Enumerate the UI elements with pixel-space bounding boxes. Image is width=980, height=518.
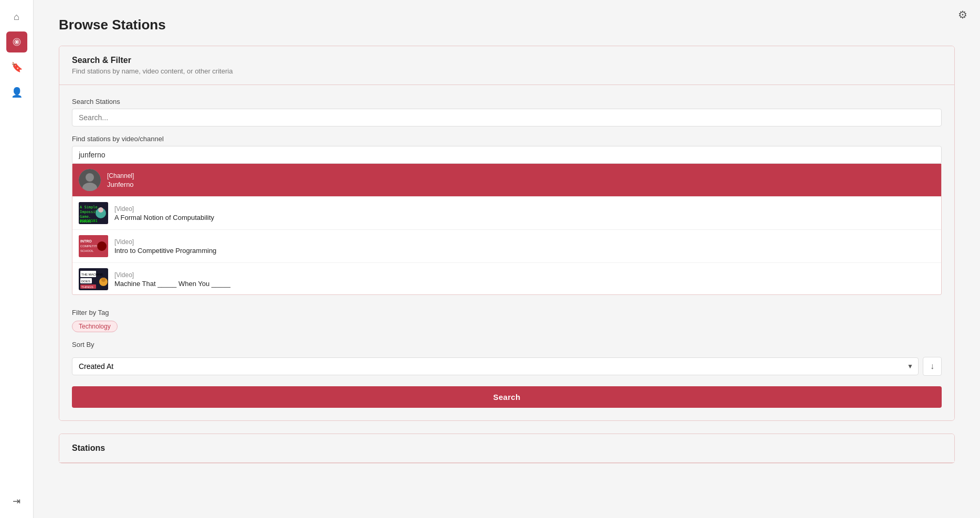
search-filter-card: Search & Filter Find stations by name, v…	[59, 46, 955, 421]
video1-thumb: A Simple, Impossible Game. 010101	[79, 202, 108, 224]
svg-text:DOES: DOES	[81, 280, 90, 283]
video2-thumb-svg: INTRO COMPETITIVE SCHOOL	[79, 235, 108, 257]
sort-label: Sort By	[72, 341, 942, 348]
video3-name-label: Machine That _____ When You _____	[114, 280, 230, 288]
video3-thumb-svg: THE MACHINE DOES THINGS	[79, 268, 108, 290]
search-input[interactable]	[72, 109, 942, 126]
sort-section: Sort By Created At Name Updated At ▼ ↓	[72, 341, 942, 376]
svg-text:010101: 010101	[80, 219, 91, 223]
page-title: Browse Stations	[59, 17, 955, 33]
channel-avatar-thumb	[79, 169, 101, 191]
svg-text:A Simple,: A Simple,	[80, 205, 100, 209]
dropdown-item-video1[interactable]: A Simple, Impossible Game. 010101 [Video…	[72, 197, 941, 230]
sort-select[interactable]: Created At Name Updated At	[72, 357, 919, 375]
video1-item-info: [Video] A Formal Notion of Computability	[114, 205, 214, 221]
video2-name-label: Intro to Competitive Programming	[114, 247, 216, 255]
sidebar-item-logout[interactable]: ⇥	[6, 491, 27, 512]
video3-thumb: THE MACHINE DOES THINGS	[79, 268, 108, 290]
search-stations-label: Search Stations	[72, 98, 942, 105]
video2-type-label: [Video]	[114, 238, 216, 246]
video-channel-input[interactable]	[72, 146, 942, 164]
sidebar-item-profile[interactable]: 👤	[6, 82, 27, 103]
channel-avatar-svg	[79, 169, 101, 191]
sort-direction-button[interactable]: ↓	[923, 357, 942, 376]
video2-item-info: [Video] Intro to Competitive Programming	[114, 238, 216, 255]
video-channel-label: Find stations by video/channel	[72, 135, 942, 143]
svg-point-10	[98, 207, 103, 213]
card-header: Search & Filter Find stations by name, v…	[59, 46, 954, 85]
video-channel-group: Find stations by video/channel	[72, 135, 942, 164]
video1-name-label: A Formal Notion of Computability	[114, 214, 214, 221]
technology-tag[interactable]: Technology	[72, 321, 118, 332]
sort-row: Created At Name Updated At ▼ ↓	[72, 357, 942, 376]
sidebar-item-home[interactable]: ⌂	[6, 6, 27, 27]
card-body: Search Stations Find stations by video/c…	[59, 85, 954, 420]
channel-item-info: [Channel] Junferno	[107, 172, 134, 188]
video2-thumb: INTRO COMPETITIVE SCHOOL	[79, 235, 108, 257]
card-header-title: Search & Filter	[72, 56, 942, 65]
sidebar-item-stations[interactable]	[6, 31, 27, 52]
svg-text:THE MACHINE: THE MACHINE	[81, 273, 103, 276]
svg-text:SCHOOL: SCHOOL	[80, 249, 94, 252]
channel-name-label: Junferno	[107, 181, 134, 188]
svg-point-0	[15, 41, 18, 44]
svg-point-24	[101, 278, 106, 282]
stations-header: Stations	[59, 434, 954, 463]
dropdown-item-video3[interactable]: THE MACHINE DOES THINGS [Video]	[72, 263, 941, 295]
filter-tag-group: Filter by Tag Technology	[72, 309, 942, 332]
svg-point-15	[97, 241, 107, 251]
dropdown-item-video2[interactable]: INTRO COMPETITIVE SCHOOL [Video] Intro t…	[72, 230, 941, 263]
video3-type-label: [Video]	[114, 271, 230, 279]
sidebar-item-bookmarks[interactable]: 🔖	[6, 57, 27, 78]
svg-point-2	[86, 173, 94, 182]
svg-text:THINGS: THINGS	[81, 286, 93, 289]
filter-tag-label: Filter by Tag	[72, 309, 942, 316]
card-header-subtitle: Find stations by name, video content, or…	[72, 67, 942, 75]
video1-type-label: [Video]	[114, 205, 214, 213]
dropdown-item-channel[interactable]: [Channel] Junferno	[72, 164, 941, 197]
settings-icon[interactable]: ⚙	[958, 8, 967, 21]
video1-thumb-svg: A Simple, Impossible Game. 010101	[79, 202, 108, 224]
search-button[interactable]: Search	[72, 386, 942, 408]
svg-text:Game.: Game.	[80, 215, 91, 219]
sidebar: ⌂ 🔖 👤 ⇥	[0, 0, 34, 518]
main-content: ⚙ Browse Stations Search & Filter Find s…	[34, 0, 980, 518]
channel-type-label: [Channel]	[107, 172, 134, 179]
stations-card: Stations	[59, 434, 955, 463]
sort-select-wrapper: Created At Name Updated At ▼	[72, 357, 919, 375]
autocomplete-dropdown: [Channel] Junferno A Simple, Impossible …	[72, 164, 942, 295]
stations-title: Stations	[72, 443, 942, 453]
svg-text:INTRO: INTRO	[80, 239, 92, 243]
stations-icon	[12, 37, 22, 47]
video3-item-info: [Video] Machine That _____ When You ____…	[114, 271, 230, 288]
search-stations-group: Search Stations	[72, 98, 942, 126]
